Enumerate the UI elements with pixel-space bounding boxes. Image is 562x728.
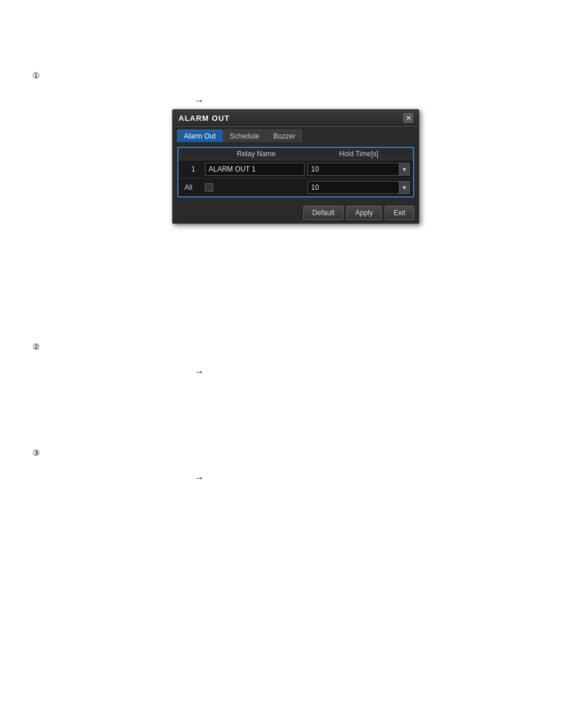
table-row: 1 10 ▼ xyxy=(178,160,413,179)
tab-alarm-out[interactable]: Alarm Out xyxy=(177,130,222,142)
all-checkbox[interactable] xyxy=(205,183,213,192)
hold-time-dropdown-btn[interactable]: ▼ xyxy=(399,163,410,176)
arrow-3: → xyxy=(194,473,204,483)
dialog-content: Relay Name Hold Time[s] 1 10 ▼ All xyxy=(173,142,419,202)
tab-schedule[interactable]: Schedule xyxy=(223,130,266,142)
alarm-out-table: Relay Name Hold Time[s] 1 10 ▼ All xyxy=(177,147,414,197)
default-button[interactable]: Default xyxy=(303,206,343,220)
dialog-title: ALARM OUT xyxy=(178,114,230,123)
section-2-marker: ② xyxy=(32,342,40,351)
close-button[interactable]: ✕ xyxy=(404,113,413,123)
all-row: All 10 ▼ xyxy=(178,179,413,196)
all-hold-time-display: 10 xyxy=(308,181,399,194)
arrow-2: → xyxy=(194,367,204,377)
header-num xyxy=(181,150,205,158)
section-1-marker: ① xyxy=(32,71,40,80)
all-hold-time-dropdown-btn[interactable]: ▼ xyxy=(399,181,410,194)
tab-buzzer[interactable]: Buzzer xyxy=(267,130,302,142)
alarm-out-dialog: ALARM OUT ✕ Alarm Out Schedule Buzzer Re… xyxy=(172,109,419,224)
apply-button[interactable]: Apply xyxy=(346,206,382,220)
dialog-tabs: Alarm Out Schedule Buzzer xyxy=(173,127,419,142)
relay-name-input[interactable] xyxy=(205,163,305,176)
exit-button[interactable]: Exit xyxy=(385,206,414,220)
hold-time-display: 10 xyxy=(308,163,399,176)
hold-time-select-wrapper: 10 ▼ xyxy=(308,163,410,176)
dialog-footer: Default Apply Exit xyxy=(173,202,419,223)
header-relay-name: Relay Name xyxy=(205,150,308,158)
arrow-1: → xyxy=(194,95,204,106)
row-number: 1 xyxy=(181,165,205,173)
header-hold-time: Hold Time[s] xyxy=(308,150,410,158)
table-header: Relay Name Hold Time[s] xyxy=(178,148,413,160)
all-hold-time-wrapper: 10 ▼ xyxy=(308,181,410,194)
dialog-titlebar: ALARM OUT ✕ xyxy=(173,110,419,127)
all-label: All xyxy=(181,183,205,192)
section-3-marker: ③ xyxy=(32,448,40,457)
